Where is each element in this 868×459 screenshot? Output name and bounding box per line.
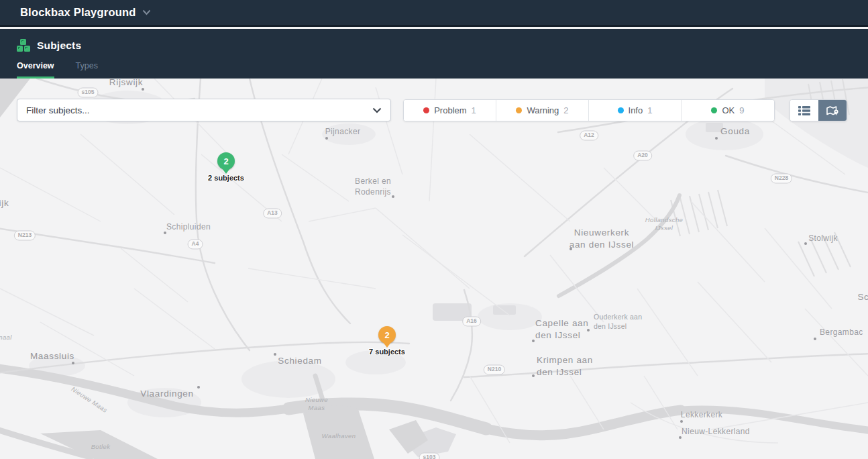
cluster-caption: 7 subjects bbox=[369, 348, 405, 356]
chevron-down-icon bbox=[372, 107, 382, 113]
status-count: 1 bbox=[472, 105, 476, 115]
subject-cluster-marker[interactable]: 2 bbox=[217, 152, 235, 170]
status-label: OK bbox=[722, 105, 735, 115]
cluster-count: 2 bbox=[378, 326, 396, 344]
subject-cluster-marker[interactable]: 2 bbox=[378, 326, 396, 344]
status-count: 2 bbox=[563, 105, 568, 115]
map-view-icon bbox=[826, 105, 839, 116]
tab-overview[interactable]: Overview bbox=[17, 61, 54, 79]
map-view-button[interactable] bbox=[818, 100, 847, 121]
status-label: Problem bbox=[434, 105, 466, 115]
view-toggle bbox=[790, 99, 847, 121]
status-dot-problem bbox=[423, 107, 429, 113]
status-filter-ok[interactable]: OK 9 bbox=[682, 100, 774, 121]
workspace-switcher[interactable]: Blockbax Playground bbox=[20, 6, 151, 19]
cluster-count: 2 bbox=[217, 152, 235, 170]
list-view-icon bbox=[798, 105, 810, 116]
status-dot-ok bbox=[711, 107, 717, 113]
status-filter-info[interactable]: Info 1 bbox=[589, 100, 682, 121]
cluster-pin-tail bbox=[222, 168, 230, 174]
status-dot-warning bbox=[516, 107, 522, 113]
list-view-button[interactable] bbox=[790, 100, 818, 121]
status-label: Info bbox=[629, 105, 643, 115]
app-window: RijswijkPijnackerGoudaBerkel enRodenrijs… bbox=[0, 0, 868, 459]
tab-types[interactable]: Types bbox=[76, 61, 98, 79]
status-dot-info bbox=[618, 107, 624, 113]
page-title: Subjects bbox=[37, 40, 81, 52]
status-filter-group: Problem 1 Warning 2 Info 1 OK 9 bbox=[403, 99, 775, 121]
workspace-title: Blockbax Playground bbox=[20, 6, 136, 19]
status-label: Warning bbox=[527, 105, 559, 115]
cluster-pin-tail bbox=[383, 342, 391, 348]
status-count: 9 bbox=[739, 105, 744, 115]
cluster-caption: 2 subjects bbox=[208, 174, 244, 182]
page-header: Subjects Overview Types bbox=[0, 29, 868, 79]
chevron-down-icon bbox=[142, 9, 151, 15]
status-count: 1 bbox=[647, 105, 652, 115]
subject-filter-select[interactable]: Filter subjects... bbox=[17, 99, 391, 121]
status-filter-problem[interactable]: Problem 1 bbox=[404, 100, 496, 121]
filter-placeholder: Filter subjects... bbox=[26, 105, 90, 115]
status-filter-warning[interactable]: Warning 2 bbox=[496, 100, 589, 121]
top-bar: Blockbax Playground bbox=[0, 0, 868, 27]
tab-bar: Overview Types bbox=[17, 61, 98, 79]
subjects-icon bbox=[17, 39, 30, 52]
